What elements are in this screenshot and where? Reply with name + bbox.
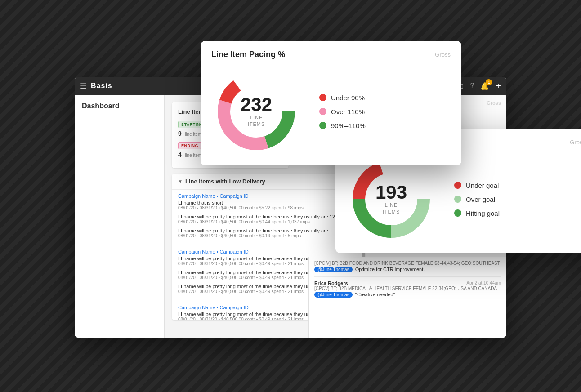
- li-meta-0-0: 08/01/20 - 08/31/20 • $40,500.00 contr •…: [178, 205, 359, 210]
- comments-panel: [CPC V] BT; B2B FOOD AND DRINK BEVERAGE …: [308, 257, 506, 338]
- pacing-body: 232 LINE ITEMS Under 90% Over 110%: [211, 67, 451, 156]
- legend-dot-red: [319, 94, 326, 101]
- kpi-label-hitting: Hitting goal: [466, 209, 500, 217]
- comment-2-person: Erica Rodgers: [314, 281, 348, 286]
- kpi-label-under: Under goal: [466, 182, 499, 189]
- legend-over-110: Over 110%: [319, 108, 366, 116]
- kpi-number: 193: [375, 183, 407, 202]
- kpi-donut-center: 193 LINE ITEMS: [375, 183, 407, 216]
- hamburger-icon[interactable]: ☰: [80, 82, 86, 90]
- comment-2: Erica Rodgers Apr 2 at 10:44am [CPCV] BT…: [314, 276, 501, 297]
- ending-badge: ENDING: [178, 142, 201, 149]
- notification-icon[interactable]: 🔔 1: [480, 82, 489, 90]
- comment-1-text: Optimize for CTR improvement.: [355, 267, 425, 272]
- pacing-donut-center: 232 LINE ITEMS: [241, 95, 272, 128]
- kpi-legend-under: Under goal: [454, 182, 500, 189]
- li-name-0-0: LI name that is short: [178, 200, 359, 205]
- pacing-header: Line Item Pacing % Gross: [211, 50, 451, 59]
- add-icon[interactable]: +: [496, 81, 501, 91]
- li-name-0-2: LI name will be pretty long most of the …: [178, 228, 359, 233]
- kpi-label: LINE ITEMS: [375, 202, 407, 216]
- ending-count: 4: [178, 151, 182, 158]
- comment-1: [CPC V] BT; B2B FOOD AND DRINK BEVERAGE …: [314, 261, 501, 272]
- comment-1-li-info: [CPC V] BT; B2B FOOD AND DRINK BEVERAGE …: [314, 261, 501, 266]
- kpi-body: 193 LINE ITEMS Under goal Over goal: [346, 154, 581, 244]
- pacing-label: LINE ITEMS: [241, 114, 272, 128]
- pacing-gross: Gross: [435, 51, 451, 58]
- legend-label-over-110: Over 110%: [331, 108, 365, 116]
- pacing-card: Line Item Pacing % Gross 232 LINE ITEMS: [201, 41, 461, 165]
- pacing-donut: 232 LINE ITEMS: [211, 67, 301, 156]
- comment-2-header: Erica Rodgers Apr 2 at 10:44am: [314, 281, 501, 286]
- comment-1-body: @June Thomas Optimize for CTR improvemen…: [314, 267, 501, 272]
- kpi-legend: Under goal Over goal Hitting goal: [454, 182, 500, 217]
- chevron-icon: ▼: [178, 179, 183, 184]
- kpi-legend-over: Over goal: [454, 196, 500, 203]
- pacing-number: 232: [241, 95, 272, 114]
- sidebar: Dashboard: [75, 95, 165, 338]
- bg-gross-label: Gross: [487, 100, 501, 107]
- kpi-label-over: Over goal: [466, 196, 495, 203]
- pacing-title: Line Item Pacing %: [211, 50, 285, 59]
- campaign-link-1[interactable]: Campaign Name • Campaign ID: [178, 249, 359, 254]
- scene-container: ☰ Basis 🔍 ⊡ ? 🔔 1 + Dashboard: [75, 27, 506, 365]
- kpi-gross: Gross: [570, 139, 581, 146]
- li-item-0-1: LI name will be pretty long most of the …: [178, 214, 359, 224]
- kpi-dot-red: [454, 182, 461, 189]
- starting-count: 9: [178, 130, 182, 137]
- kpi-dot-green: [454, 209, 461, 217]
- li-name-0-1: LI name will be pretty long most of the …: [178, 214, 359, 219]
- comment-2-li-info: [CPCV] BT; B2B MEDICAL & HEALTH SERVICE …: [314, 286, 501, 291]
- kpi-donut: 193 LINE ITEMS: [346, 154, 436, 244]
- sidebar-title: Dashboard: [75, 102, 164, 116]
- comment-1-tag: @June Thomas: [314, 267, 353, 272]
- low-delivery-title: ▼ Line Items with Low Delivery: [178, 178, 265, 185]
- legend-label-under-90: Under 90%: [331, 94, 365, 102]
- legend-label-90-110: 90%–110%: [331, 122, 366, 129]
- comment-2-body: @June Thomas *Creative needed*: [314, 292, 501, 297]
- comment-2-tag: @June Thomas: [314, 292, 353, 298]
- pacing-legend: Under 90% Over 110% 90%–110%: [319, 94, 366, 129]
- li-meta-0-2: 08/01/20 - 08/31/20 • $40,500.00 contr •…: [178, 233, 359, 238]
- help-icon[interactable]: ?: [470, 82, 474, 90]
- notification-badge: 1: [486, 79, 492, 85]
- legend-dot-green: [319, 122, 326, 129]
- campaign-link-0[interactable]: Campaign Name • Campaign ID: [178, 193, 359, 199]
- li-meta-0-1: 08/01/20 - 08/31/20 • $40,500.00 contr •…: [178, 219, 359, 224]
- app-logo: Basis: [91, 82, 112, 90]
- kpi-dot-light-green: [454, 196, 461, 203]
- li-item-0-2: LI name will be pretty long most of the …: [178, 228, 359, 238]
- legend-90-110: 90%–110%: [319, 122, 366, 129]
- li-item-0-0: LI name that is short08/01/20 - 08/31/20…: [178, 200, 359, 210]
- comment-2-date: Apr 2 at 10:44am: [466, 281, 501, 286]
- comment-2-text: *Creative needed*: [355, 292, 395, 297]
- legend-under-90: Under 90%: [319, 94, 366, 102]
- legend-dot-pink: [319, 108, 326, 115]
- kpi-legend-hitting: Hitting goal: [454, 209, 500, 217]
